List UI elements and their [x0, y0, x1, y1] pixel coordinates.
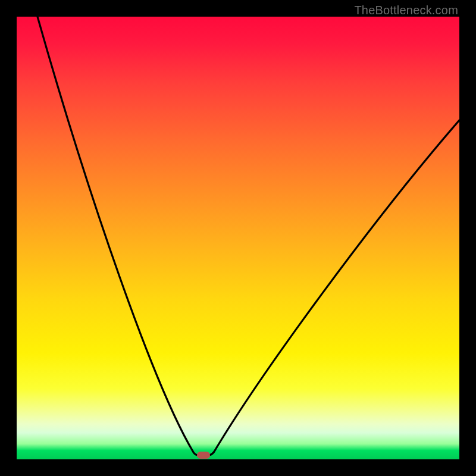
curve-path: [37, 17, 459, 455]
optimal-point-marker: [197, 452, 210, 459]
watermark-text: TheBottleneck.com: [354, 4, 458, 17]
bottleneck-curve: [17, 17, 459, 459]
plot-area: [17, 17, 459, 459]
chart-frame: TheBottleneck.com: [0, 0, 476, 476]
